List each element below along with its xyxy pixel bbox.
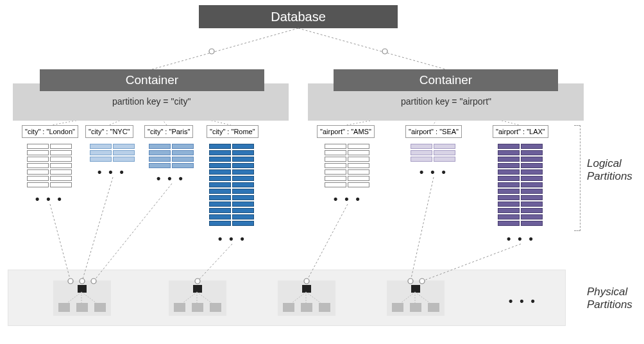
data-cell bbox=[149, 157, 171, 162]
data-cell bbox=[172, 157, 194, 162]
data-cell bbox=[521, 202, 543, 207]
data-grid-ams bbox=[325, 144, 369, 187]
data-cell bbox=[411, 150, 432, 155]
container-box-left: Container bbox=[40, 69, 264, 91]
data-cell bbox=[521, 189, 543, 194]
data-cell bbox=[209, 214, 231, 219]
partition-key-text: partition key = "airport" bbox=[401, 96, 491, 107]
svg-point-3 bbox=[382, 49, 387, 54]
database-label: Database bbox=[271, 10, 326, 24]
data-cell bbox=[113, 144, 135, 149]
data-cell bbox=[498, 202, 520, 207]
data-cell bbox=[209, 163, 231, 168]
data-cell bbox=[232, 176, 254, 181]
svg-point-2 bbox=[209, 49, 214, 54]
data-cell bbox=[325, 157, 346, 162]
svg-line-0 bbox=[152, 28, 298, 69]
data-cell bbox=[521, 208, 543, 213]
data-cell bbox=[498, 169, 520, 175]
data-grid-nyc bbox=[90, 144, 135, 162]
data-cell bbox=[27, 150, 49, 155]
data-grid-london bbox=[27, 144, 72, 187]
data-cell bbox=[348, 176, 369, 181]
data-grid-sea bbox=[411, 144, 455, 162]
data-cell bbox=[149, 150, 171, 155]
data-cell bbox=[498, 176, 520, 181]
data-cell bbox=[498, 150, 520, 155]
data-cell bbox=[209, 169, 231, 175]
data-cell bbox=[521, 182, 543, 187]
data-grid-paris bbox=[149, 144, 194, 168]
data-cell bbox=[325, 150, 346, 155]
partition-key-text: partition key = "city" bbox=[112, 96, 191, 107]
svg-line-12 bbox=[82, 177, 113, 281]
data-cell bbox=[232, 144, 254, 149]
data-cell bbox=[521, 163, 543, 168]
key-text: "airport" : "LAX" bbox=[496, 128, 545, 135]
data-cell bbox=[50, 182, 72, 187]
container-label-right: Container bbox=[419, 73, 472, 87]
data-cell bbox=[521, 176, 543, 181]
data-cell bbox=[27, 169, 49, 175]
data-cell bbox=[209, 189, 231, 194]
ellipsis-icon: • • • bbox=[419, 166, 448, 179]
ellipsis-icon: • • • bbox=[97, 166, 126, 179]
data-cell bbox=[521, 150, 543, 155]
data-cell bbox=[209, 150, 231, 155]
data-cell bbox=[209, 202, 231, 207]
data-cell bbox=[325, 163, 346, 168]
data-cell bbox=[498, 221, 520, 226]
data-grid-rome bbox=[209, 144, 254, 226]
physical-node bbox=[53, 280, 111, 316]
key-text: "airport" : "SEA" bbox=[409, 128, 459, 135]
partition-key-right: partition key = "airport" bbox=[401, 96, 491, 107]
data-cell bbox=[113, 157, 135, 162]
key-box-rome: "city" : "Rome" bbox=[207, 125, 258, 138]
data-cell bbox=[50, 150, 72, 155]
data-cell bbox=[325, 182, 346, 187]
key-text: "city" : "Rome" bbox=[210, 128, 255, 135]
data-cell bbox=[90, 150, 112, 155]
data-cell bbox=[498, 144, 520, 149]
data-cell bbox=[50, 163, 72, 168]
data-cell bbox=[209, 157, 231, 162]
data-cell bbox=[172, 163, 194, 168]
data-cell bbox=[434, 157, 455, 162]
data-cell bbox=[209, 208, 231, 213]
data-cell bbox=[348, 163, 369, 168]
key-text: "city" : "NYC" bbox=[89, 128, 130, 135]
data-cell bbox=[348, 150, 369, 155]
key-box-sea: "airport" : "SEA" bbox=[405, 125, 462, 138]
partition-key-left: partition key = "city" bbox=[112, 96, 191, 107]
key-box-london: "city" : "London" bbox=[22, 125, 78, 138]
key-box-nyc: "city" : "NYC" bbox=[85, 125, 133, 138]
data-cell bbox=[27, 176, 49, 181]
data-cell bbox=[232, 195, 254, 200]
data-cell bbox=[209, 221, 231, 226]
data-cell bbox=[27, 157, 49, 162]
physical-partitions-strip: • • • bbox=[8, 270, 566, 326]
data-cell bbox=[27, 182, 49, 187]
data-cell bbox=[348, 169, 369, 175]
key-box-ams: "airport" : "AMS" bbox=[317, 125, 375, 138]
data-cell bbox=[50, 169, 72, 175]
database-box: Database bbox=[199, 5, 398, 28]
data-cell bbox=[27, 163, 49, 168]
data-cell bbox=[50, 157, 72, 162]
data-cell bbox=[232, 182, 254, 187]
data-cell bbox=[348, 182, 369, 187]
data-cell bbox=[521, 169, 543, 175]
data-cell bbox=[232, 150, 254, 155]
ellipsis-icon: • • • bbox=[157, 172, 185, 185]
data-cell bbox=[348, 157, 369, 162]
data-cell bbox=[209, 182, 231, 187]
key-text: "city" : "Paris" bbox=[148, 128, 190, 135]
data-cell bbox=[521, 157, 543, 162]
container-label-left: Container bbox=[126, 73, 178, 87]
data-cell bbox=[325, 176, 346, 181]
data-cell bbox=[434, 144, 455, 149]
data-cell bbox=[232, 214, 254, 219]
data-cell bbox=[498, 195, 520, 200]
ellipsis-icon: • • • bbox=[507, 232, 535, 246]
data-cell bbox=[498, 182, 520, 187]
